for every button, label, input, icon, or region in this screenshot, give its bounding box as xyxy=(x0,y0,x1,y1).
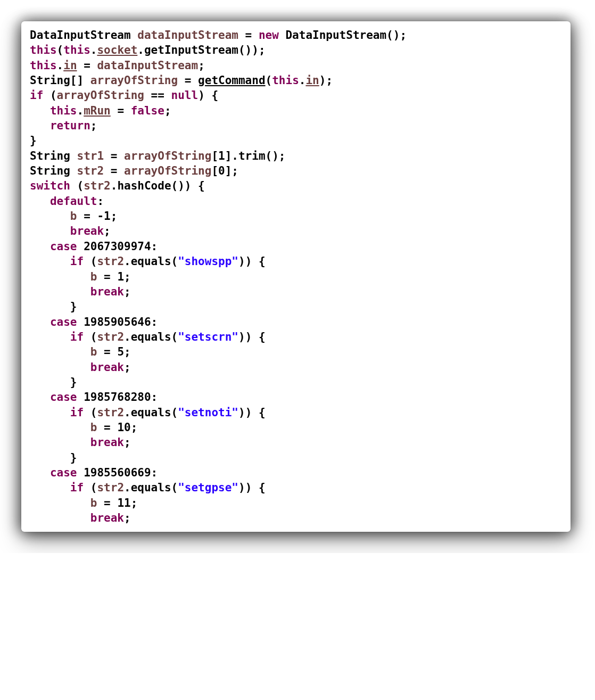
code-token: 1985905646: xyxy=(77,316,158,328)
code-token xyxy=(30,391,50,403)
code-token: str2 xyxy=(84,179,111,192)
code-line: break; xyxy=(30,284,562,299)
code-token: .equals( xyxy=(124,406,178,419)
code-token: ; xyxy=(104,225,111,237)
code-token: ; xyxy=(90,119,97,132)
code-token: ( xyxy=(84,255,97,268)
code-token: if xyxy=(70,331,84,343)
code-token: .equals( xyxy=(124,255,178,268)
code-token: arrayOfString xyxy=(90,74,178,87)
code-line: String[] arrayOfString = getCommand(this… xyxy=(30,73,562,88)
code-token: b xyxy=(90,270,97,283)
code-token xyxy=(30,466,50,479)
code-token: ; xyxy=(124,361,131,374)
code-token: ( xyxy=(84,331,97,343)
code-token: ; xyxy=(131,421,138,434)
code-token: ) { xyxy=(198,89,218,102)
code-token: case xyxy=(50,391,77,403)
code-token: DataInputStream(); xyxy=(279,29,407,42)
code-token: if xyxy=(30,89,43,102)
code-token: . xyxy=(77,104,84,117)
code-token: arrayOfString xyxy=(57,89,144,102)
code-token: ; xyxy=(131,497,138,509)
code-line: b = 11; xyxy=(30,496,562,510)
code-token: str2 xyxy=(97,255,124,268)
code-token: mRun xyxy=(84,104,111,117)
code-token: DataInputStream xyxy=(30,29,137,42)
code-line: b = 10; xyxy=(30,420,562,435)
code-token: this xyxy=(30,59,57,72)
code-token: [1].trim(); xyxy=(211,150,285,162)
code-token: "setnoti" xyxy=(178,406,238,419)
code-token: "setscrn" xyxy=(178,331,238,343)
code-token: )) { xyxy=(238,255,266,268)
code-token: socket xyxy=(97,44,137,56)
code-line: switch (str2.hashCode()) { xyxy=(30,178,562,193)
code-token xyxy=(30,345,90,358)
code-line: break; xyxy=(30,224,562,238)
code-token: dataInputStream xyxy=(97,59,198,72)
code-token: if xyxy=(70,481,84,494)
code-token: 1985768280: xyxy=(77,391,158,403)
code-token xyxy=(30,481,70,494)
code-line: } xyxy=(30,133,562,148)
code-token: return xyxy=(50,119,90,132)
code-token xyxy=(30,406,70,419)
code-token: if xyxy=(70,255,84,268)
code-token: ; xyxy=(198,59,205,72)
code-token: ( xyxy=(57,44,64,56)
code-token: case xyxy=(50,466,77,479)
code-line: this.in = dataInputStream; xyxy=(30,58,562,73)
code-token: 11 xyxy=(117,497,130,509)
code-token xyxy=(30,270,90,283)
code-line: break; xyxy=(30,435,562,450)
code-token: ( xyxy=(43,89,56,102)
code-token: break xyxy=(70,225,104,237)
code-token: = xyxy=(77,59,97,72)
code-token: b xyxy=(90,421,97,434)
code-token: } xyxy=(30,451,77,464)
code-token: break xyxy=(90,512,124,524)
code-token: 1 xyxy=(117,270,124,283)
code-token: .hashCode()) { xyxy=(111,179,205,192)
code-line: } xyxy=(30,450,562,465)
code-token: ( xyxy=(84,481,97,494)
code-token: String[] xyxy=(30,74,90,87)
code-token: . xyxy=(57,59,64,72)
code-token: = xyxy=(104,164,124,177)
code-token: 1985560669: xyxy=(77,466,158,479)
code-token: == xyxy=(144,89,171,102)
code-token xyxy=(30,225,70,237)
code-line: this(this.socket.getInputStream()); xyxy=(30,43,562,57)
code-token: ; xyxy=(164,104,171,117)
code-line: if (str2.equals("showspp")) { xyxy=(30,254,562,269)
code-token: "showspp" xyxy=(178,255,238,268)
code-token: = xyxy=(178,74,198,87)
code-token: . xyxy=(90,44,97,56)
code-token: -1 xyxy=(97,210,110,223)
code-token: case xyxy=(50,240,77,253)
code-token: String xyxy=(30,164,77,177)
code-token: = xyxy=(97,421,117,434)
code-token: . xyxy=(299,74,306,87)
code-token: arrayOfString xyxy=(124,164,211,177)
code-token: str2 xyxy=(97,331,124,343)
code-line: if (arrayOfString == null) { xyxy=(30,88,562,103)
code-token: str2 xyxy=(97,406,124,419)
code-token: arrayOfString xyxy=(124,150,211,162)
code-token: case xyxy=(50,316,77,328)
code-token xyxy=(30,331,70,343)
code-token: ; xyxy=(124,436,131,449)
code-token: in xyxy=(305,74,319,87)
code-token: ; xyxy=(124,345,131,358)
code-token: getCommand xyxy=(198,74,265,87)
code-token: b xyxy=(90,345,97,358)
code-token: 2067309974: xyxy=(77,240,158,253)
code-token xyxy=(30,497,90,509)
code-token: [0]; xyxy=(211,164,238,177)
code-token: .equals( xyxy=(124,331,178,343)
code-token: = xyxy=(111,104,131,117)
code-line: if (str2.equals("setgpse")) { xyxy=(30,480,562,495)
code-line: b = 1; xyxy=(30,269,562,284)
code-token: b xyxy=(90,497,97,509)
